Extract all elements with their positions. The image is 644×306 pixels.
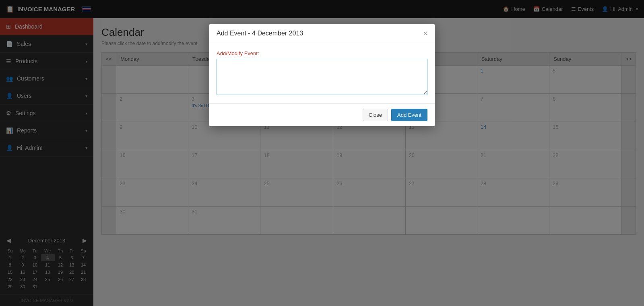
label-modify: Modify — [227, 50, 243, 56]
modal-overlay: Add Event - 4 December 2013 × Add/Modify… — [0, 0, 644, 306]
modal-header: Add Event - 4 December 2013 × — [209, 24, 435, 43]
label-add: Add/ — [217, 50, 227, 56]
modal-title: Add Event - 4 December 2013 — [217, 30, 303, 37]
modal-body: Add/Modify Event: — [209, 43, 435, 103]
event-label: Add/Modify Event: — [217, 50, 427, 56]
close-button[interactable]: Close — [363, 109, 388, 121]
modal-close-x[interactable]: × — [423, 30, 427, 37]
modal-footer: Close Add Event — [209, 103, 435, 126]
event-textarea[interactable] — [217, 59, 427, 95]
add-event-button[interactable]: Add Event — [391, 109, 427, 121]
label-event: Event: — [243, 50, 259, 56]
add-event-modal: Add Event - 4 December 2013 × Add/Modify… — [209, 24, 435, 126]
